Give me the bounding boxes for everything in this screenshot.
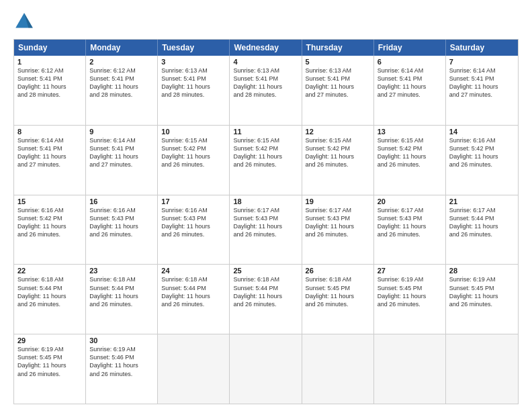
cell-info: Sunrise: 6:19 AM Sunset: 5:45 PM Dayligh…	[378, 275, 442, 308]
page: SundayMondayTuesdayWednesdayThursdayFrid…	[0, 0, 532, 411]
day-number: 30	[89, 336, 154, 345]
calendar-cell: 27Sunrise: 6:19 AM Sunset: 5:45 PM Dayli…	[374, 265, 446, 334]
cell-info: Sunrise: 6:19 AM Sunset: 5:45 PM Dayligh…	[17, 345, 82, 378]
cell-info: Sunrise: 6:13 AM Sunset: 5:41 PM Dayligh…	[306, 66, 370, 99]
calendar-cell: 22Sunrise: 6:18 AM Sunset: 5:44 PM Dayli…	[14, 265, 86, 334]
cell-info: Sunrise: 6:14 AM Sunset: 5:41 PM Dayligh…	[89, 136, 154, 169]
calendar-cell	[446, 334, 518, 404]
calendar-cell: 4Sunrise: 6:13 AM Sunset: 5:41 PM Daylig…	[230, 56, 302, 125]
calendar-cell: 30Sunrise: 6:19 AM Sunset: 5:46 PM Dayli…	[86, 334, 158, 404]
day-number: 9	[89, 128, 154, 136]
cell-info: Sunrise: 6:13 AM Sunset: 5:41 PM Dayligh…	[233, 66, 298, 99]
cell-info: Sunrise: 6:16 AM Sunset: 5:43 PM Dayligh…	[161, 206, 226, 239]
cell-info: Sunrise: 6:14 AM Sunset: 5:41 PM Dayligh…	[378, 66, 442, 99]
day-number: 25	[233, 267, 298, 275]
calendar-cell	[302, 334, 374, 404]
day-number: 12	[306, 128, 370, 136]
top-section	[13, 11, 519, 32]
day-number: 7	[449, 58, 515, 66]
logo	[13, 11, 38, 32]
day-number: 8	[17, 128, 82, 136]
day-number: 24	[161, 267, 226, 275]
weekday-header: Wednesday	[230, 40, 302, 56]
cell-info: Sunrise: 6:15 AM Sunset: 5:42 PM Dayligh…	[233, 136, 298, 169]
cell-info: Sunrise: 6:12 AM Sunset: 5:41 PM Dayligh…	[89, 66, 154, 99]
calendar-header: SundayMondayTuesdayWednesdayThursdayFrid…	[14, 40, 518, 56]
cell-info: Sunrise: 6:17 AM Sunset: 5:43 PM Dayligh…	[306, 206, 370, 239]
calendar-cell: 11Sunrise: 6:15 AM Sunset: 5:42 PM Dayli…	[230, 126, 302, 195]
day-number: 14	[449, 128, 515, 136]
day-number: 13	[378, 128, 442, 136]
calendar-row: 22Sunrise: 6:18 AM Sunset: 5:44 PM Dayli…	[14, 264, 518, 334]
calendar-cell	[230, 334, 302, 404]
day-number: 3	[161, 58, 226, 66]
day-number: 6	[378, 58, 442, 66]
calendar-row: 29Sunrise: 6:19 AM Sunset: 5:45 PM Dayli…	[14, 334, 518, 404]
logo-icon	[13, 11, 35, 32]
calendar-cell: 12Sunrise: 6:15 AM Sunset: 5:42 PM Dayli…	[302, 126, 374, 195]
day-number: 11	[233, 128, 298, 136]
calendar-cell: 24Sunrise: 6:18 AM Sunset: 5:44 PM Dayli…	[158, 265, 230, 334]
calendar-cell: 9Sunrise: 6:14 AM Sunset: 5:41 PM Daylig…	[86, 126, 158, 195]
cell-info: Sunrise: 6:19 AM Sunset: 5:46 PM Dayligh…	[89, 345, 154, 378]
weekday-header: Friday	[374, 40, 446, 56]
day-number: 29	[17, 336, 82, 345]
calendar-row: 1Sunrise: 6:12 AM Sunset: 5:41 PM Daylig…	[14, 56, 518, 125]
day-number: 16	[89, 197, 154, 205]
weekday-header: Thursday	[302, 40, 374, 56]
weekday-header: Sunday	[14, 40, 86, 56]
day-number: 1	[17, 58, 82, 66]
calendar-row: 8Sunrise: 6:14 AM Sunset: 5:41 PM Daylig…	[14, 125, 518, 195]
calendar-cell	[158, 334, 230, 404]
calendar-cell: 1Sunrise: 6:12 AM Sunset: 5:41 PM Daylig…	[14, 56, 86, 125]
day-number: 5	[306, 58, 370, 66]
cell-info: Sunrise: 6:19 AM Sunset: 5:45 PM Dayligh…	[449, 275, 515, 308]
calendar-cell: 19Sunrise: 6:17 AM Sunset: 5:43 PM Dayli…	[302, 195, 374, 265]
calendar-cell: 13Sunrise: 6:15 AM Sunset: 5:42 PM Dayli…	[374, 126, 446, 195]
day-number: 26	[306, 267, 370, 275]
day-number: 15	[17, 197, 82, 205]
calendar-cell: 26Sunrise: 6:18 AM Sunset: 5:45 PM Dayli…	[302, 265, 374, 334]
calendar: SundayMondayTuesdayWednesdayThursdayFrid…	[13, 39, 519, 404]
calendar-cell: 17Sunrise: 6:16 AM Sunset: 5:43 PM Dayli…	[158, 195, 230, 265]
cell-info: Sunrise: 6:18 AM Sunset: 5:44 PM Dayligh…	[161, 275, 226, 308]
cell-info: Sunrise: 6:15 AM Sunset: 5:42 PM Dayligh…	[306, 136, 370, 169]
calendar-cell: 20Sunrise: 6:17 AM Sunset: 5:43 PM Dayli…	[374, 195, 446, 265]
day-number: 22	[17, 267, 82, 275]
calendar-row: 15Sunrise: 6:16 AM Sunset: 5:42 PM Dayli…	[14, 195, 518, 265]
cell-info: Sunrise: 6:15 AM Sunset: 5:42 PM Dayligh…	[378, 136, 442, 169]
calendar-cell: 14Sunrise: 6:16 AM Sunset: 5:42 PM Dayli…	[446, 126, 518, 195]
calendar-cell: 6Sunrise: 6:14 AM Sunset: 5:41 PM Daylig…	[374, 56, 446, 125]
cell-info: Sunrise: 6:14 AM Sunset: 5:41 PM Dayligh…	[449, 66, 515, 99]
calendar-cell: 29Sunrise: 6:19 AM Sunset: 5:45 PM Dayli…	[14, 334, 86, 404]
weekday-header: Tuesday	[158, 40, 230, 56]
day-number: 10	[161, 128, 226, 136]
cell-info: Sunrise: 6:18 AM Sunset: 5:44 PM Dayligh…	[89, 275, 154, 308]
calendar-cell: 3Sunrise: 6:13 AM Sunset: 5:41 PM Daylig…	[158, 56, 230, 125]
calendar-cell: 21Sunrise: 6:17 AM Sunset: 5:44 PM Dayli…	[446, 195, 518, 265]
day-number: 17	[161, 197, 226, 205]
cell-info: Sunrise: 6:16 AM Sunset: 5:42 PM Dayligh…	[449, 136, 515, 169]
calendar-cell: 28Sunrise: 6:19 AM Sunset: 5:45 PM Dayli…	[446, 265, 518, 334]
calendar-cell: 5Sunrise: 6:13 AM Sunset: 5:41 PM Daylig…	[302, 56, 374, 125]
day-number: 2	[89, 58, 154, 66]
cell-info: Sunrise: 6:12 AM Sunset: 5:41 PM Dayligh…	[17, 66, 82, 99]
calendar-cell: 23Sunrise: 6:18 AM Sunset: 5:44 PM Dayli…	[86, 265, 158, 334]
day-number: 19	[306, 197, 370, 205]
day-number: 18	[233, 197, 298, 205]
cell-info: Sunrise: 6:13 AM Sunset: 5:41 PM Dayligh…	[161, 66, 226, 99]
day-number: 4	[233, 58, 298, 66]
calendar-cell: 15Sunrise: 6:16 AM Sunset: 5:42 PM Dayli…	[14, 195, 86, 265]
cell-info: Sunrise: 6:16 AM Sunset: 5:43 PM Dayligh…	[89, 206, 154, 239]
weekday-header: Monday	[86, 40, 158, 56]
cell-info: Sunrise: 6:18 AM Sunset: 5:44 PM Dayligh…	[233, 275, 298, 308]
calendar-cell: 7Sunrise: 6:14 AM Sunset: 5:41 PM Daylig…	[446, 56, 518, 125]
day-number: 23	[89, 267, 154, 275]
calendar-cell: 8Sunrise: 6:14 AM Sunset: 5:41 PM Daylig…	[14, 126, 86, 195]
cell-info: Sunrise: 6:16 AM Sunset: 5:42 PM Dayligh…	[17, 206, 82, 239]
calendar-body: 1Sunrise: 6:12 AM Sunset: 5:41 PM Daylig…	[14, 56, 518, 404]
cell-info: Sunrise: 6:15 AM Sunset: 5:42 PM Dayligh…	[161, 136, 226, 169]
calendar-cell: 10Sunrise: 6:15 AM Sunset: 5:42 PM Dayli…	[158, 126, 230, 195]
calendar-cell: 25Sunrise: 6:18 AM Sunset: 5:44 PM Dayli…	[230, 265, 302, 334]
day-number: 28	[449, 267, 515, 275]
